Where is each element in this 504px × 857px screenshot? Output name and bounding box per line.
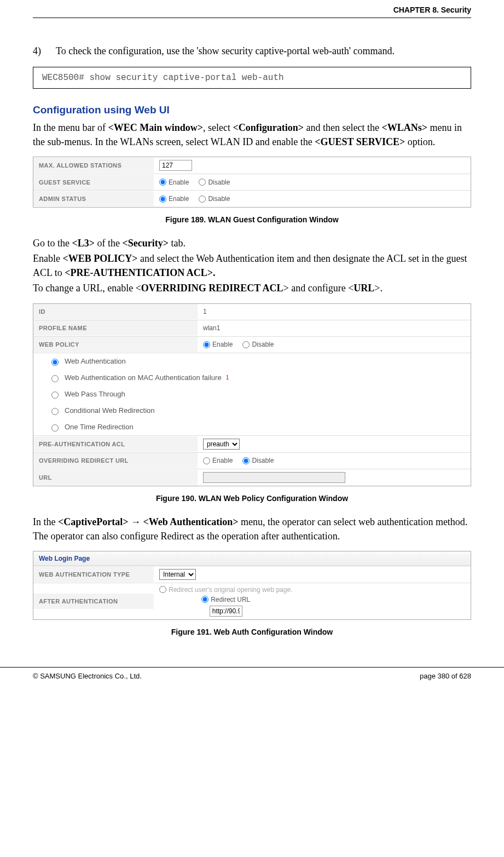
- radio-input[interactable]: [203, 457, 210, 464]
- opt-label: One Time Redirection: [65, 423, 134, 431]
- text-bold: <Security>: [123, 238, 169, 249]
- radio-input[interactable]: [51, 375, 59, 382]
- input-url[interactable]: [203, 472, 345, 483]
- figure-190-caption: Figure 190. WLAN Web Policy Configuratio…: [33, 494, 471, 503]
- radio-webpolicy-disable[interactable]: Disable: [242, 341, 274, 348]
- opt-web-auth[interactable]: Web Authentication: [33, 353, 471, 370]
- chapter-header: CHAPTER 8. Security: [33, 5, 471, 18]
- radio-guest-enable[interactable]: Enable: [159, 179, 189, 186]
- footer-page-number: page 380 of 628: [420, 672, 471, 680]
- label-profile-name: PROFILE NAME: [33, 320, 198, 336]
- radio-label: Disable: [208, 195, 230, 203]
- text-fragment: option.: [405, 136, 435, 147]
- footnote-mark: 1: [226, 375, 229, 381]
- label-override-url: OVERRIDING REDIRECT URL: [33, 453, 198, 468]
- opt-web-auth-mac-fail[interactable]: Web Authentication on MAC Authentication…: [33, 370, 471, 386]
- radio-input[interactable]: [199, 179, 206, 186]
- text-fragment: >.: [374, 283, 383, 294]
- radio-label: Enable: [212, 457, 233, 464]
- opt-web-pass-through[interactable]: Web Pass Through: [33, 386, 471, 402]
- label-max-stations: MAX. ALLOWED STATIONS: [33, 158, 154, 173]
- radio-override-enable[interactable]: Enable: [203, 457, 233, 464]
- figure-189-box: MAX. ALLOWED STATIONS GUEST SERVICE Enab…: [33, 157, 471, 208]
- label-web-policy: WEB POLICY: [33, 337, 198, 352]
- figure-190-box: ID 1 PROFILE NAME wlan1 WEB POLICY Enabl…: [33, 303, 471, 486]
- select-preauth-acl[interactable]: preauth: [203, 439, 240, 450]
- figure-191-box: Web Login Page WEB AUTHENTICATION TYPE I…: [33, 551, 471, 620]
- radio-label: Redirect URL: [211, 596, 250, 603]
- text-fragment: > and configure <: [283, 283, 354, 294]
- radio-label: Enable: [212, 341, 233, 348]
- para-captiveportal: In the <CaptivePortal> → <Web Authentica…: [33, 515, 471, 543]
- radio-label: Disable: [252, 341, 274, 348]
- text-bold: <L3>: [72, 238, 95, 249]
- radio-input[interactable]: [203, 341, 210, 348]
- select-web-auth-type[interactable]: Internal: [159, 569, 196, 580]
- text-bold: <Configuration>: [233, 122, 304, 133]
- value-id: 1: [198, 305, 212, 318]
- radio-override-disable[interactable]: Disable: [242, 457, 274, 464]
- text-bold: OVERRIDING REDIRECT ACL: [141, 283, 283, 294]
- radio-input[interactable]: [159, 195, 166, 203]
- radio-label: Enable: [169, 179, 189, 186]
- text-fragment: Go to the: [33, 238, 72, 249]
- text-bold: <WEC Main window>: [108, 122, 203, 133]
- figure-191-caption: Figure 191. Web Auth Configuration Windo…: [33, 628, 471, 636]
- opt-label: Web Authentication: [65, 357, 126, 365]
- value-profile-name: wlan1: [198, 321, 225, 335]
- para-l3: Go to the <L3> of the <Security> tab.: [33, 236, 471, 250]
- radio-guest-disable[interactable]: Disable: [199, 179, 230, 186]
- text-fragment: In the: [33, 516, 58, 527]
- text-fragment: tab.: [169, 238, 186, 249]
- arrow-icon: →: [128, 516, 143, 527]
- radio-label: Enable: [169, 195, 189, 203]
- label-preauth-acl: PRE-AUTHENTICATION ACL: [33, 436, 198, 452]
- radio-input[interactable]: [51, 392, 59, 399]
- text-fragment: and then select the: [304, 122, 381, 133]
- text-fragment: Enable: [33, 253, 62, 264]
- input-max-stations[interactable]: [159, 160, 192, 171]
- radio-input[interactable]: [51, 424, 59, 432]
- para-override: To change a URL, enable <OVERRIDING REDI…: [33, 281, 471, 295]
- text-bold: <CaptivePortal>: [58, 516, 129, 527]
- radio-label: Redirect user's original opening web pag…: [169, 586, 292, 594]
- page-footer: © SAMSUNG Electronics Co., Ltd. page 380…: [0, 667, 504, 680]
- step-text: To check the configuration, use the 'sho…: [56, 45, 395, 57]
- text-fragment: In the menu bar of: [33, 122, 108, 133]
- radio-input[interactable]: [159, 179, 166, 186]
- text-bold: <WEB POLICY>: [62, 253, 137, 264]
- radio-input[interactable]: [159, 586, 166, 593]
- opt-label: Web Pass Through: [65, 390, 125, 398]
- radio-input[interactable]: [51, 408, 59, 415]
- text-bold: <GUEST SERVICE>: [315, 136, 405, 147]
- opt-label: Conditional Web Redirection: [65, 406, 155, 415]
- opt-one-time-redirect[interactable]: One Time Redirection: [33, 419, 471, 435]
- radio-input[interactable]: [51, 359, 59, 366]
- radio-redirect-original[interactable]: Redirect user's original opening web pag…: [159, 586, 292, 594]
- label-url: URL: [33, 470, 198, 485]
- label-id: ID: [33, 304, 198, 319]
- label-web-auth-type: WEB AUTHENTICATION TYPE: [33, 567, 154, 582]
- webpolicy-options: Web Authentication Web Authentication on…: [33, 353, 471, 436]
- radio-label: Disable: [252, 457, 274, 464]
- radio-input[interactable]: [201, 596, 208, 603]
- text-bold: <WLANs>: [381, 122, 427, 133]
- radio-input[interactable]: [199, 195, 206, 203]
- opt-conditional-redirect[interactable]: Conditional Web Redirection: [33, 402, 471, 419]
- para-webpolicy: Enable <WEB POLICY> and select the Web A…: [33, 251, 471, 280]
- radio-admin-disable[interactable]: Disable: [199, 195, 230, 203]
- figure-189-caption: Figure 189. WLAN Guest Configuration Win…: [33, 215, 471, 224]
- step-number: 4): [33, 45, 46, 57]
- radio-redirect-url[interactable]: Redirect URL: [201, 596, 250, 603]
- radio-input[interactable]: [242, 457, 250, 464]
- radio-label: Disable: [208, 179, 230, 186]
- opt-label: Web Authentication on MAC Authentication…: [65, 373, 222, 382]
- para-webui-intro: In the menu bar of <WEC Main window>, se…: [33, 120, 471, 149]
- radio-input[interactable]: [242, 341, 250, 348]
- text-bold: <PRE-AUTHENTICATION ACL>.: [65, 267, 215, 278]
- radio-admin-enable[interactable]: Enable: [159, 195, 189, 203]
- label-admin-status: ADMIN STATUS: [33, 191, 154, 206]
- radio-webpolicy-enable[interactable]: Enable: [203, 341, 233, 348]
- input-redirect-url[interactable]: [210, 606, 242, 617]
- text-fragment: To change a URL, enable <: [33, 283, 141, 294]
